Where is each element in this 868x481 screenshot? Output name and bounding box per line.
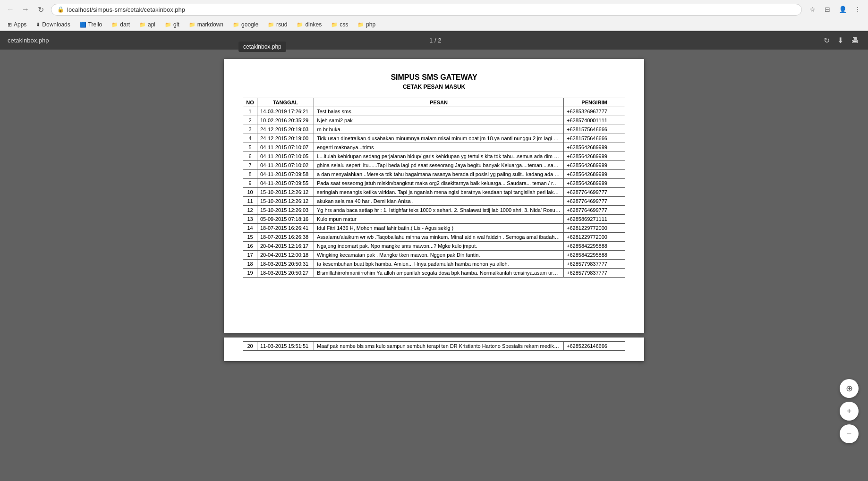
nav-buttons: ← → ↻ — [4, 3, 47, 16]
trello-icon: 🟦 — [80, 22, 86, 28]
cell-sender: +6287764699777 — [564, 188, 625, 197]
cell-date: 18-03-2015 20:50:31 — [257, 260, 314, 269]
cast-button[interactable]: ⊟ — [821, 3, 834, 16]
bookmark-apps[interactable]: ⊞ Apps — [4, 20, 30, 29]
cell-message: Kulo mpun matur — [314, 215, 564, 224]
zoom-out-fab-button[interactable]: − — [840, 424, 859, 443]
toolbar-actions: ☆ ⊟ 👤 ⋮ — [806, 3, 864, 16]
row-sender: +6285226146666 — [564, 342, 625, 351]
folder-dart-icon: 📁 — [111, 22, 118, 28]
cell-message: Bismillahirrohmaniirrohim Ya alloh ampun… — [314, 269, 564, 278]
bookmark-downloads[interactable]: ⬇ Downloads — [32, 20, 74, 29]
bookmark-git[interactable]: 📁 git — [161, 20, 183, 29]
downloads-icon: ⬇ — [36, 22, 40, 28]
table-row: 16 20-04-2015 12:16:17 Ngajeng indomart … — [243, 242, 625, 251]
cell-no: 1 — [243, 107, 257, 116]
cell-sender: +6285642689999 — [564, 170, 625, 179]
bookmark-git-label: git — [173, 21, 179, 28]
table-row: 6 04-11-2015 07:10:05 i....itulah kehidu… — [243, 152, 625, 161]
bookmark-dinkes[interactable]: 📁 dinkes — [293, 20, 325, 29]
bookmark-api[interactable]: 📁 api — [136, 20, 159, 29]
bookmark-php[interactable]: 📁 php — [354, 20, 379, 29]
cell-no: 11 — [243, 197, 257, 206]
bookmark-css-label: css — [340, 21, 348, 28]
folder-google-icon: 📁 — [233, 22, 239, 28]
row-no: 20 — [243, 342, 257, 351]
reload-button[interactable]: ↻ — [34, 3, 47, 16]
table-row: 4 24-12-2015 20:19:00 Tidk usah dinetral… — [243, 134, 625, 143]
cell-sender: +6281229772000 — [564, 233, 625, 242]
cell-sender: +6285869271111 — [564, 215, 625, 224]
cell-message: Pada saat seseorng jatuh miskin/bangkrut… — [314, 179, 564, 188]
table-row: 18 18-03-2015 20:50:31 ta kesembuhan bua… — [243, 260, 625, 269]
table-row: 8 04-11-2015 07:09:58 a dan menyalahkan.… — [243, 170, 625, 179]
address-bar[interactable]: 🔒 — [51, 4, 802, 16]
cell-no: 9 — [243, 179, 257, 188]
zoom-in-fab-button[interactable]: + — [840, 402, 859, 421]
folder-css-icon: 📁 — [331, 22, 338, 28]
fab-container: ⊕ + − — [840, 379, 859, 443]
table-row: 3 24-12-2015 20:19:03 rn br buka. +62815… — [243, 125, 625, 134]
cell-sender: +6285326967777 — [564, 107, 625, 116]
bookmark-trello[interactable]: 🟦 Trello — [76, 20, 106, 29]
pdf-content-area: SIMPUS SMS GATEWAY CETAK PESAN MASUK NO … — [0, 50, 868, 474]
bookmark-downloads-label: Downloads — [42, 21, 70, 28]
url-input[interactable] — [67, 6, 796, 13]
cell-sender: +6281575646666 — [564, 134, 625, 143]
pdf-toolbar: cetakinbox.php 1 / 2 ↻ ⬇ 🖶 — [0, 31, 868, 50]
cell-message: Test balas sms — [314, 107, 564, 116]
pdf-print-button[interactable]: 🖶 — [849, 34, 860, 47]
cell-no: 17 — [243, 251, 257, 260]
cell-message: ghina selalu seperti itu......Tapi beda … — [314, 161, 564, 170]
pdf-toolbar-center: 1 / 2 — [429, 37, 441, 44]
bookmark-apps-label: Apps — [14, 21, 26, 28]
table-row: 9 04-11-2015 07:09:55 Pada saat seseorng… — [243, 179, 625, 188]
bookmark-dart-label: dart — [120, 21, 130, 28]
cell-message: Njeh sami2 pak — [314, 116, 564, 125]
cell-message: Yg hrs anda baca setiap hr : 1. Istighfa… — [314, 206, 564, 215]
bookmark-star-button[interactable]: ☆ — [806, 3, 819, 16]
expand-fab-button[interactable]: ⊕ — [840, 379, 859, 398]
cell-no: 7 — [243, 161, 257, 170]
cell-no: 6 — [243, 152, 257, 161]
bookmark-markdown-label: markdown — [197, 21, 223, 28]
row-date: 11-03-2015 15:51:51 — [257, 342, 314, 351]
table-row: 20 11-03-2015 15:51:51 Maaf pak nembe bl… — [243, 342, 625, 351]
pdf-download-button[interactable]: ⬇ — [835, 34, 845, 47]
table-row: 2 10-02-2016 20:35:29 Njeh sami2 pak +62… — [243, 116, 625, 125]
cell-no: 8 — [243, 170, 257, 179]
table-row: 11 15-10-2015 12:26:12 akukan sela ma 40… — [243, 197, 625, 206]
cell-date: 04-11-2015 07:10:07 — [257, 143, 314, 152]
profile-button[interactable]: 👤 — [836, 3, 849, 16]
cell-sender: +6285642689999 — [564, 143, 625, 152]
menu-button[interactable]: ⋮ — [851, 3, 864, 16]
cell-no: 19 — [243, 269, 257, 278]
cell-date: 14-03-2019 17:26:21 — [257, 107, 314, 116]
document-subtitle: CETAK PESAN MASUK — [243, 84, 625, 90]
folder-api-icon: 📁 — [139, 22, 146, 28]
bookmark-css[interactable]: 📁 css — [327, 20, 352, 29]
bookmark-php-label: php — [366, 21, 375, 28]
back-button[interactable]: ← — [4, 3, 17, 16]
table-row: 10 15-10-2015 12:26:12 seringlah menangi… — [243, 188, 625, 197]
bookmark-rsud[interactable]: 📁 rsud — [264, 20, 291, 29]
browser-chrome: ← → ↻ 🔒 ☆ ⊟ 👤 ⋮ ⊞ Apps ⬇ Downloads 🟦 Tre… — [0, 0, 868, 31]
table-row: 13 05-09-2015 07:18:16 Kulo mpun matur +… — [243, 215, 625, 224]
col-no: NO — [243, 98, 257, 107]
cell-sender: +6285779837777 — [564, 260, 625, 269]
cell-date: 24-12-2015 20:19:03 — [257, 125, 314, 134]
folder-dinkes-icon: 📁 — [297, 22, 303, 28]
cell-date: 24-12-2015 20:19:00 — [257, 134, 314, 143]
col-sender: PENGIRIM — [564, 98, 625, 107]
forward-button[interactable]: → — [19, 3, 32, 16]
browser-toolbar: ← → ↻ 🔒 ☆ ⊟ 👤 ⋮ — [0, 0, 868, 19]
bookmark-markdown[interactable]: 📁 markdown — [185, 20, 227, 29]
bookmark-dart[interactable]: 📁 dart — [108, 20, 134, 29]
cell-message: ta kesembuhan buat bpk hamba. Amien... H… — [314, 260, 564, 269]
pdf-reload-button[interactable]: ↻ — [822, 34, 832, 47]
table-row: 19 18-03-2015 20:50:27 Bismillahirrohman… — [243, 269, 625, 278]
page2-table: 20 11-03-2015 15:51:51 Maaf pak nembe bl… — [243, 341, 625, 351]
bookmark-google[interactable]: 📁 google — [229, 20, 262, 29]
table-row: 1 14-03-2019 17:26:21 Test balas sms +62… — [243, 107, 625, 116]
lock-icon: 🔒 — [57, 6, 64, 13]
